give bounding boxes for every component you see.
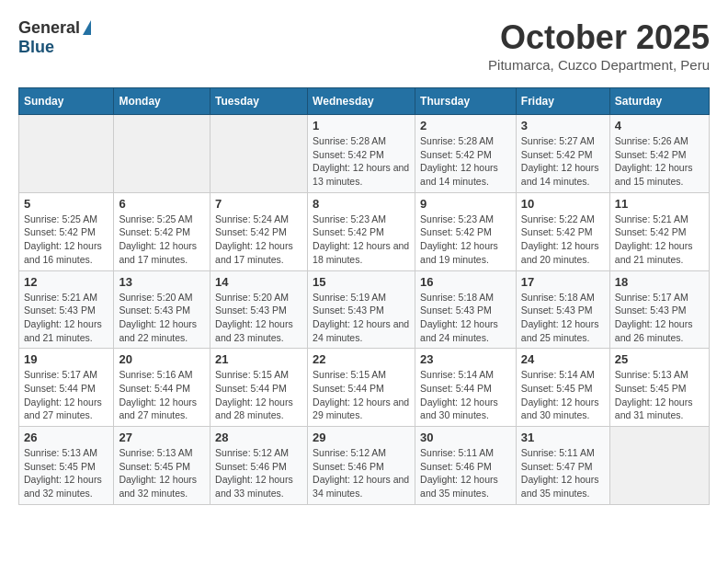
calendar-cell: 1Sunrise: 5:28 AMSunset: 5:42 PMDaylight…: [308, 115, 415, 193]
day-detail: Sunrise: 5:27 AMSunset: 5:42 PMDaylight:…: [521, 134, 605, 189]
day-detail: Sunrise: 5:15 AMSunset: 5:44 PMDaylight:…: [215, 368, 302, 422]
month-title: October 2025: [488, 18, 710, 57]
day-number: 5: [24, 197, 108, 211]
calendar-cell: 28Sunrise: 5:12 AMSunset: 5:46 PMDayligh…: [210, 427, 308, 505]
header-sunday: Sunday: [19, 88, 114, 115]
day-number: 12: [24, 275, 108, 289]
calendar-week-4: 26Sunrise: 5:13 AMSunset: 5:45 PMDayligh…: [19, 427, 710, 505]
calendar-week-1: 5Sunrise: 5:25 AMSunset: 5:42 PMDaylight…: [19, 192, 710, 270]
day-detail: Sunrise: 5:18 AMSunset: 5:43 PMDaylight:…: [420, 291, 511, 345]
calendar-cell: 14Sunrise: 5:20 AMSunset: 5:43 PMDayligh…: [210, 270, 308, 349]
day-detail: Sunrise: 5:18 AMSunset: 5:43 PMDaylight:…: [521, 291, 605, 345]
day-number: 7: [215, 197, 302, 211]
day-number: 6: [119, 197, 205, 211]
day-detail: Sunrise: 5:28 AMSunset: 5:42 PMDaylight:…: [313, 134, 410, 189]
day-detail: Sunrise: 5:21 AMSunset: 5:42 PMDaylight:…: [615, 213, 704, 267]
day-detail: Sunrise: 5:11 AMSunset: 5:46 PMDaylight:…: [420, 446, 511, 500]
logo: General Blue: [18, 18, 91, 57]
calendar-cell: 25Sunrise: 5:13 AMSunset: 5:45 PMDayligh…: [609, 349, 709, 427]
day-number: 22: [313, 352, 410, 366]
calendar-cell: 21Sunrise: 5:15 AMSunset: 5:44 PMDayligh…: [210, 349, 308, 427]
day-number: 15: [313, 275, 410, 289]
day-number: 8: [313, 197, 410, 211]
day-detail: Sunrise: 5:25 AMSunset: 5:42 PMDaylight:…: [24, 213, 108, 267]
calendar-table: SundayMondayTuesdayWednesdayThursdayFrid…: [18, 87, 710, 505]
logo-triangle-icon: [83, 20, 91, 35]
calendar-cell: 22Sunrise: 5:15 AMSunset: 5:44 PMDayligh…: [308, 349, 415, 427]
day-detail: Sunrise: 5:15 AMSunset: 5:44 PMDaylight:…: [313, 368, 410, 422]
calendar-cell: 29Sunrise: 5:12 AMSunset: 5:46 PMDayligh…: [308, 427, 415, 505]
calendar-cell: 10Sunrise: 5:22 AMSunset: 5:42 PMDayligh…: [516, 192, 609, 270]
day-number: 13: [119, 275, 205, 289]
day-number: 14: [215, 275, 302, 289]
day-number: 11: [615, 197, 704, 211]
day-detail: Sunrise: 5:28 AMSunset: 5:42 PMDaylight:…: [420, 134, 511, 189]
day-number: 1: [313, 119, 410, 132]
day-number: 28: [215, 431, 302, 444]
day-number: 31: [521, 431, 605, 444]
day-detail: Sunrise: 5:16 AMSunset: 5:44 PMDaylight:…: [119, 368, 205, 422]
calendar-cell: 30Sunrise: 5:11 AMSunset: 5:46 PMDayligh…: [415, 427, 517, 505]
day-number: 18: [615, 275, 704, 289]
location-title: Pitumarca, Cuzco Department, Peru: [488, 57, 710, 73]
calendar-cell: 27Sunrise: 5:13 AMSunset: 5:45 PMDayligh…: [114, 427, 210, 505]
day-number: 23: [420, 352, 511, 366]
day-detail: Sunrise: 5:21 AMSunset: 5:43 PMDaylight:…: [24, 291, 108, 345]
header-saturday: Saturday: [609, 88, 709, 115]
calendar-cell: 31Sunrise: 5:11 AMSunset: 5:47 PMDayligh…: [516, 427, 609, 505]
day-detail: Sunrise: 5:17 AMSunset: 5:43 PMDaylight:…: [615, 291, 704, 345]
calendar-cell: 20Sunrise: 5:16 AMSunset: 5:44 PMDayligh…: [114, 349, 210, 427]
title-section: October 2025 Pitumarca, Cuzco Department…: [488, 18, 710, 73]
day-detail: Sunrise: 5:22 AMSunset: 5:42 PMDaylight:…: [521, 213, 605, 267]
calendar-cell: 4Sunrise: 5:26 AMSunset: 5:42 PMDaylight…: [609, 115, 709, 193]
day-detail: Sunrise: 5:25 AMSunset: 5:42 PMDaylight:…: [119, 213, 205, 267]
calendar-week-0: 1Sunrise: 5:28 AMSunset: 5:42 PMDaylight…: [19, 115, 710, 193]
day-detail: Sunrise: 5:17 AMSunset: 5:44 PMDaylight:…: [24, 368, 108, 422]
calendar-cell: 15Sunrise: 5:19 AMSunset: 5:43 PMDayligh…: [308, 270, 415, 349]
day-detail: Sunrise: 5:14 AMSunset: 5:45 PMDaylight:…: [521, 368, 605, 422]
header-monday: Monday: [114, 88, 210, 115]
day-number: 30: [420, 431, 511, 444]
calendar-cell: 19Sunrise: 5:17 AMSunset: 5:44 PMDayligh…: [19, 349, 114, 427]
calendar-cell: 3Sunrise: 5:27 AMSunset: 5:42 PMDaylight…: [516, 115, 609, 193]
calendar-cell: [19, 115, 114, 193]
calendar-cell: [114, 115, 210, 193]
day-detail: Sunrise: 5:13 AMSunset: 5:45 PMDaylight:…: [24, 446, 108, 500]
calendar-cell: 16Sunrise: 5:18 AMSunset: 5:43 PMDayligh…: [415, 270, 517, 349]
day-number: 26: [24, 431, 108, 444]
calendar-cell: 5Sunrise: 5:25 AMSunset: 5:42 PMDaylight…: [19, 192, 114, 270]
logo-general-text: General: [18, 18, 80, 38]
day-number: 19: [24, 352, 108, 366]
day-detail: Sunrise: 5:26 AMSunset: 5:42 PMDaylight:…: [615, 134, 704, 189]
day-number: 20: [119, 352, 205, 366]
calendar-cell: 23Sunrise: 5:14 AMSunset: 5:44 PMDayligh…: [415, 349, 517, 427]
calendar-cell: 6Sunrise: 5:25 AMSunset: 5:42 PMDaylight…: [114, 192, 210, 270]
day-number: 2: [420, 119, 511, 132]
header-friday: Friday: [516, 88, 609, 115]
day-number: 24: [521, 352, 605, 366]
day-number: 21: [215, 352, 302, 366]
calendar-cell: 7Sunrise: 5:24 AMSunset: 5:42 PMDaylight…: [210, 192, 308, 270]
day-number: 4: [615, 119, 704, 132]
day-number: 17: [521, 275, 605, 289]
calendar-cell: 18Sunrise: 5:17 AMSunset: 5:43 PMDayligh…: [609, 270, 709, 349]
calendar-cell: 9Sunrise: 5:23 AMSunset: 5:42 PMDaylight…: [415, 192, 517, 270]
day-number: 9: [420, 197, 511, 211]
calendar-cell: 26Sunrise: 5:13 AMSunset: 5:45 PMDayligh…: [19, 427, 114, 505]
day-detail: Sunrise: 5:24 AMSunset: 5:42 PMDaylight:…: [215, 213, 302, 267]
calendar-cell: [609, 427, 709, 505]
day-number: 29: [313, 431, 410, 444]
day-detail: Sunrise: 5:23 AMSunset: 5:42 PMDaylight:…: [313, 213, 410, 267]
calendar-cell: 12Sunrise: 5:21 AMSunset: 5:43 PMDayligh…: [19, 270, 114, 349]
day-detail: Sunrise: 5:14 AMSunset: 5:44 PMDaylight:…: [420, 368, 511, 422]
day-detail: Sunrise: 5:20 AMSunset: 5:43 PMDaylight:…: [119, 291, 205, 345]
day-number: 10: [521, 197, 605, 211]
day-detail: Sunrise: 5:20 AMSunset: 5:43 PMDaylight:…: [215, 291, 302, 345]
calendar-cell: 24Sunrise: 5:14 AMSunset: 5:45 PMDayligh…: [516, 349, 609, 427]
calendar-cell: 17Sunrise: 5:18 AMSunset: 5:43 PMDayligh…: [516, 270, 609, 349]
header-thursday: Thursday: [415, 88, 517, 115]
header-wednesday: Wednesday: [308, 88, 415, 115]
day-number: 16: [420, 275, 511, 289]
calendar-header-row: SundayMondayTuesdayWednesdayThursdayFrid…: [19, 88, 710, 115]
calendar-week-3: 19Sunrise: 5:17 AMSunset: 5:44 PMDayligh…: [19, 349, 710, 427]
